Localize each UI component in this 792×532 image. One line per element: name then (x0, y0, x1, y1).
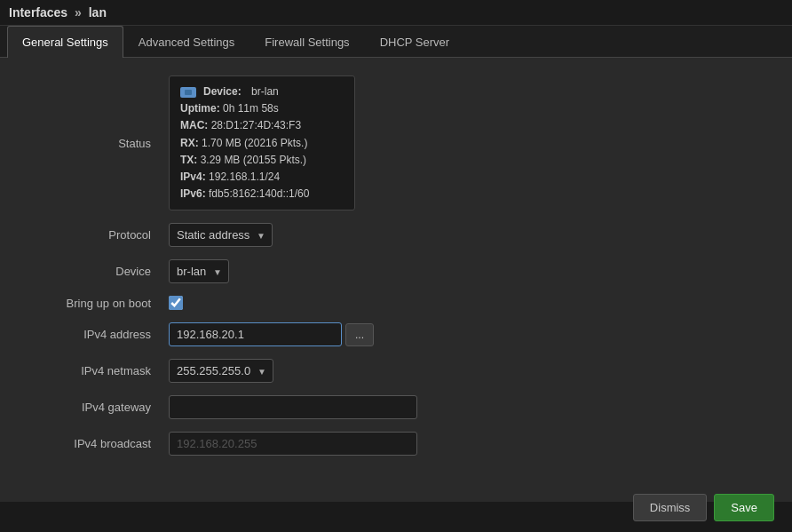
ipv4-netmask-row: IPv4 netmask 255.255.255.0 255.255.0.0 2… (27, 359, 765, 383)
breadcrumb-interfaces[interactable]: Interfaces (9, 5, 67, 20)
ipv4-broadcast-input[interactable] (169, 432, 417, 456)
ipv4-gateway-control (169, 395, 417, 419)
bring-up-on-boot-checkbox[interactable] (169, 296, 183, 310)
ipv4-address-ellipsis-button[interactable]: ... (345, 323, 374, 346)
ipv4-gateway-row: IPv4 gateway (27, 395, 765, 419)
status-label: Status (27, 137, 169, 150)
breadcrumb-lan: lan (89, 5, 107, 20)
ipv4-gateway-label: IPv4 gateway (27, 401, 169, 414)
bring-up-on-boot-row: Bring up on boot (27, 296, 765, 310)
ipv4-address-row: IPv4 address ... (27, 322, 765, 346)
breadcrumb: Interfaces » lan (0, 0, 792, 26)
ipv4-address-input[interactable] (169, 322, 342, 346)
ipv4-address-label: IPv4 address (27, 328, 169, 341)
tab-firewall-settings[interactable]: Firewall Settings (249, 26, 364, 58)
ipv4-netmask-select-wrapper: 255.255.255.0 255.255.0.0 255.0.0.0 ▼ (169, 359, 273, 383)
device-label: Device (27, 265, 169, 278)
ipv4-netmask-select[interactable]: 255.255.255.0 255.255.0.0 255.0.0.0 (169, 359, 273, 383)
save-button[interactable]: Save (714, 494, 774, 521)
tab-advanced-settings[interactable]: Advanced Settings (123, 26, 249, 58)
protocol-select-wrapper: Static address DHCP client PPPoE Unmanag… (169, 223, 273, 247)
ipv4-address-group: ... (169, 322, 374, 346)
protocol-row: Protocol Static address DHCP client PPPo… (27, 223, 765, 247)
device-row: Device br-lan ▼ (27, 259, 765, 283)
tab-general-settings[interactable]: General Settings (7, 26, 123, 58)
device-select-wrapper: br-lan ▼ (169, 259, 229, 283)
ipv4-gateway-input[interactable] (169, 395, 417, 419)
protocol-label: Protocol (27, 228, 169, 242)
network-icon (180, 87, 196, 98)
ipv4-broadcast-row: IPv4 broadcast (27, 432, 765, 456)
status-row: Status Device: br-lan Uptime: 0h 11m 58s… (27, 75, 765, 210)
breadcrumb-sep: » (75, 5, 82, 20)
tab-bar: General Settings Advanced Settings Firew… (0, 26, 792, 58)
tab-dhcp-server[interactable]: DHCP Server (365, 26, 465, 58)
ipv4-netmask-label: IPv4 netmask (27, 364, 169, 377)
footer-buttons: Dismiss Save (615, 483, 792, 532)
main-content: Status Device: br-lan Uptime: 0h 11m 58s… (0, 58, 792, 502)
status-box: Device: br-lan Uptime: 0h 11m 58s MAC: 2… (169, 75, 355, 210)
protocol-select[interactable]: Static address DHCP client PPPoE Unmanag… (169, 223, 273, 247)
ipv4-broadcast-label: IPv4 broadcast (27, 437, 169, 450)
device-select[interactable]: br-lan (169, 259, 229, 283)
bring-up-on-boot-label: Bring up on boot (27, 297, 169, 310)
dismiss-button[interactable]: Dismiss (633, 494, 708, 521)
ipv4-broadcast-control (169, 432, 417, 456)
